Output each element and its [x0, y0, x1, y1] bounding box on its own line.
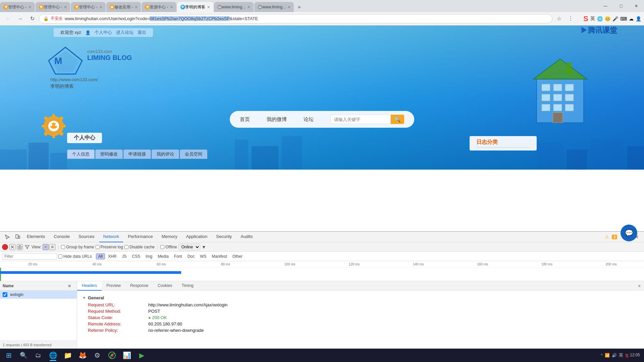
tray-up-arrow[interactable]: ^ — [601, 353, 603, 358]
list-view-button[interactable]: ≡ — [43, 244, 49, 250]
site-tab-comments[interactable]: 我的评论 — [152, 149, 179, 159]
forum-link[interactable]: 进入论坛 — [116, 29, 133, 36]
tab-2-close[interactable]: × — [64, 4, 67, 10]
tray-sougou-s[interactable]: S — [625, 353, 629, 358]
filter-type-js[interactable]: JS — [119, 253, 129, 259]
taskbar-edge-button[interactable]: 🌐 — [46, 349, 60, 362]
bookmark-button[interactable]: ☆ — [554, 13, 565, 24]
taskbar-clock[interactable]: 12:05 — [630, 353, 640, 358]
tab-1[interactable]: 管 管理中心 - × — [0, 2, 35, 12]
filter-toggle-button[interactable] — [24, 244, 30, 250]
details-tab-cookies[interactable]: Cookies — [153, 281, 177, 291]
minimize-button[interactable]: — — [598, 0, 613, 12]
filter-type-other[interactable]: Other — [230, 253, 245, 259]
chat-button[interactable]: 💬 — [621, 225, 637, 241]
logout-link[interactable]: 退出 — [138, 29, 146, 36]
tray-network-icon[interactable]: 📶 — [605, 353, 610, 358]
sougou-lang[interactable]: 英 — [590, 16, 595, 22]
tab-3-close[interactable]: × — [99, 4, 102, 10]
details-close-button[interactable]: × — [635, 281, 644, 291]
details-tab-timing[interactable]: Timing — [177, 281, 198, 291]
filter-type-media[interactable]: Media — [155, 253, 171, 259]
site-search-input[interactable] — [330, 115, 391, 124]
maximize-button[interactable]: ⎕ — [613, 0, 629, 12]
tree-view-button[interactable]: ⊞ — [49, 244, 55, 250]
tab-7-close[interactable]: × — [248, 4, 250, 10]
file-item-wxlogin[interactable]: wxlogin — [0, 291, 77, 299]
devtools-tab-memory[interactable]: Memory — [158, 232, 181, 242]
taskbar-search-button[interactable]: 🔍 — [16, 349, 31, 362]
site-tab-links[interactable]: 申请链接 — [123, 149, 151, 159]
tray-ime-en[interactable]: 英 — [619, 352, 623, 358]
tab-8-close[interactable]: × — [288, 4, 290, 10]
sougou-btn1[interactable]: 🌐 — [597, 16, 603, 21]
preserve-log-label[interactable]: Preserve log — [96, 245, 123, 249]
nav-home[interactable]: 首页 — [240, 116, 250, 123]
taskbar-taskview-button[interactable]: 🗂 — [31, 349, 46, 362]
devtools-tab-security[interactable]: Security — [212, 232, 236, 242]
devtools-device-btn[interactable] — [13, 232, 22, 242]
back-button[interactable]: ← — [3, 13, 13, 24]
taskbar-powerpoint-button[interactable]: 📊 — [119, 349, 134, 362]
screenshot-button[interactable] — [17, 244, 23, 250]
file-item-checkbox[interactable] — [3, 292, 7, 297]
details-tab-preview[interactable]: Preview — [102, 281, 125, 291]
offline-checkbox[interactable] — [160, 245, 164, 249]
taskbar-firefox-button[interactable]: 🦊 — [75, 349, 90, 362]
filter-type-doc[interactable]: Doc — [185, 253, 197, 259]
tab-8[interactable]: w www.liming... × — [254, 2, 294, 12]
tab-7[interactable]: w www.liming... × — [214, 2, 254, 12]
personal-center-link[interactable]: 个人中心 — [95, 29, 112, 36]
site-search-button[interactable]: 🔍 — [391, 115, 404, 124]
site-tab-password[interactable]: 密码修改 — [95, 149, 123, 159]
throttle-selector[interactable]: Online — [178, 244, 200, 250]
devtools-tab-application[interactable]: Application — [182, 232, 212, 242]
nav-forum[interactable]: 论坛 — [304, 116, 314, 123]
reload-button[interactable]: ↻ — [27, 13, 38, 24]
devtools-tab-audits[interactable]: Audits — [236, 232, 257, 242]
filter-type-img[interactable]: Img — [143, 253, 155, 259]
sougou-btn4[interactable]: ⌨ — [620, 16, 627, 21]
sougou-btn5[interactable]: ☁ — [629, 16, 634, 21]
filter-type-ws[interactable]: WS — [198, 253, 209, 259]
close-button[interactable]: ✕ — [629, 0, 644, 12]
details-tab-response[interactable]: Response — [125, 281, 153, 291]
preserve-log-checkbox[interactable] — [96, 245, 100, 249]
nav-weibo[interactable]: 我的微博 — [267, 116, 287, 123]
devtools-select-btn[interactable] — [3, 232, 12, 242]
disable-cache-checkbox[interactable] — [124, 245, 128, 249]
file-panel-close-btn[interactable]: × — [65, 281, 74, 291]
taskbar-explorer-button[interactable]: 📁 — [60, 349, 75, 362]
filter-type-css[interactable]: CSS — [129, 253, 143, 259]
taskbar-terminal-button[interactable]: ▶ — [134, 349, 149, 362]
site-tab-member[interactable]: 会员空间 — [180, 149, 207, 159]
sougou-btn3[interactable]: 🎤 — [612, 16, 618, 21]
devtools-tab-sources[interactable]: Sources — [74, 232, 99, 242]
tab-4-close[interactable]: × — [135, 4, 138, 10]
filter-input[interactable] — [2, 253, 57, 260]
tab-6[interactable]: 李 李明的博客 × — [177, 2, 213, 12]
record-button[interactable] — [2, 244, 8, 250]
tab-4[interactable]: 修 修改应用 - × — [106, 2, 141, 12]
site-tab-personal-info[interactable]: 个人信息 — [67, 149, 95, 159]
details-tab-headers[interactable]: Headers — [77, 281, 102, 291]
devtools-tab-network[interactable]: Network — [99, 232, 123, 242]
timeline-bar-area[interactable] — [0, 268, 644, 281]
tab-6-close[interactable]: × — [207, 4, 210, 10]
tab-2[interactable]: 管 管理中心 - × — [36, 2, 70, 12]
address-bar[interactable]: 🔒 不安全 www.liminghulian.com/User/wxLogin?… — [39, 14, 552, 23]
disable-cache-label[interactable]: Disable cache — [124, 245, 155, 249]
taskbar-settings-button[interactable]: ⚙ — [90, 349, 105, 362]
group-by-frame-checkbox[interactable] — [61, 245, 65, 249]
hide-data-urls-label[interactable]: Hide data URLs — [58, 254, 92, 259]
offline-label[interactable]: Offline — [160, 245, 177, 249]
filter-type-all[interactable]: All — [96, 253, 105, 259]
new-tab-button[interactable]: + — [294, 3, 304, 12]
tab-1-close[interactable]: × — [29, 4, 31, 10]
filter-type-xhr[interactable]: XHR — [106, 253, 119, 259]
taskbar-start-button[interactable]: ⊞ — [1, 349, 16, 362]
clear-button[interactable] — [9, 244, 15, 250]
filter-type-manifest[interactable]: Manifest — [210, 253, 229, 259]
taskbar-chrome-button[interactable] — [105, 349, 119, 362]
tab-3[interactable]: 管 管理中心 - × — [71, 2, 106, 12]
